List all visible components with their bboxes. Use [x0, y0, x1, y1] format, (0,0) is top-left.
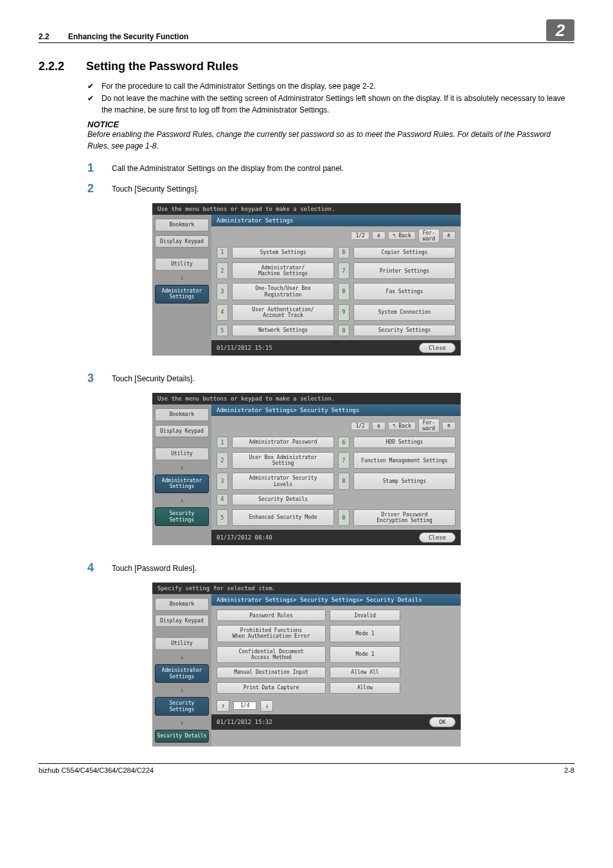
page-up-button[interactable]: ↑: [217, 700, 229, 712]
check-icon: ✔: [87, 93, 95, 116]
notice-heading: NOTICE: [87, 120, 574, 129]
menu-function-mgmt[interactable]: Function Management Settings: [353, 452, 456, 469]
chevron-down-icon: ↓: [155, 497, 209, 503]
menu-number: 3: [217, 283, 228, 300]
sidebar-bookmark[interactable]: Bookmark: [155, 219, 209, 231]
value-prohibited-functions: Mode 1: [330, 625, 400, 642]
sidebar-admin-settings[interactable]: Administrator Settings: [155, 285, 209, 303]
pager-prev-button[interactable]: ⤋: [372, 231, 386, 240]
sidebar-admin-settings[interactable]: Administrator Settings: [155, 475, 209, 493]
sidebar-admin-settings[interactable]: Administrator Settings: [155, 664, 209, 683]
pager-next-button[interactable]: ⤊: [442, 231, 456, 240]
section-heading: 2.2.2 Setting the Password Rules: [39, 60, 574, 73]
menu-admin-password[interactable]: Administrator Password: [232, 437, 334, 448]
menu-number: 8: [338, 283, 350, 300]
step-text: Touch [Security Details].: [112, 372, 195, 384]
settings-rows: Password RulesInvalid Prohibited Functio…: [211, 606, 461, 698]
row-password-rules[interactable]: Password Rules: [217, 610, 326, 621]
sidebar-utility[interactable]: Utility: [155, 258, 209, 271]
pager-forward-button[interactable]: For- ward: [418, 229, 440, 243]
step-text: Touch [Password Rules].: [112, 562, 197, 574]
sidebar-display-keypad[interactable]: Display Keypad: [155, 425, 209, 438]
menu-number: 3: [217, 473, 228, 489]
pager-back-button[interactable]: ↰ Back: [388, 231, 416, 240]
menu-system-settings[interactable]: System Settings: [232, 247, 334, 258]
menu-number: 5: [217, 509, 228, 526]
chapter-badge: 2: [546, 19, 574, 41]
device-panel-security-details: Specify setting for selected item. Bookm…: [152, 583, 461, 746]
step-number: 2: [87, 183, 98, 194]
sidebar-security-details[interactable]: Security Details: [155, 730, 209, 743]
footer-model: bizhub C554/C454/C364/C284/C224: [39, 766, 154, 774]
page-indicator: 1/4: [233, 701, 256, 710]
menu-number: 6: [338, 437, 350, 448]
pager-prev-button[interactable]: ⤋: [372, 422, 386, 430]
pager-back-button[interactable]: ↰ Back: [388, 422, 416, 430]
menu-number: 8: [338, 473, 350, 489]
row-manual-destination[interactable]: Manual Destination Input: [217, 667, 326, 678]
pager-next-button[interactable]: ⤊: [442, 422, 456, 430]
sidebar-security-settings[interactable]: Security Settings: [155, 697, 209, 716]
sidebar-utility[interactable]: Utility: [155, 448, 209, 460]
header-section-number: 2.2: [39, 32, 57, 41]
menu-network-settings[interactable]: Network Settings: [232, 325, 334, 336]
menu-number: 2: [217, 452, 228, 469]
menu-grid: 1 Administrator Password 6 HDD Settings …: [211, 435, 461, 530]
menu-enhanced-security[interactable]: Enhanced Security Mode: [232, 509, 334, 526]
step-list: 1Call the Administrator Settings on the …: [87, 162, 574, 194]
sidebar-display-keypad[interactable]: Display Keypad: [155, 615, 209, 628]
page-header: 2.2 Enhancing the Security Function 2: [39, 19, 574, 43]
sidebar-display-keypad[interactable]: Display Keypad: [155, 235, 209, 248]
panel-datetime: 01/17/2012 08:40: [217, 534, 272, 541]
pager-forward-button[interactable]: For- ward: [418, 419, 440, 433]
menu-number: 9: [338, 304, 350, 321]
menu-stamp-settings[interactable]: Stamp Settings: [353, 473, 456, 489]
menu-user-auth[interactable]: User Authentication/ Account Track: [232, 304, 334, 321]
menu-number: 7: [338, 452, 350, 469]
menu-number: 1: [217, 437, 228, 448]
menu-printer-settings[interactable]: Printer Settings: [353, 262, 456, 279]
menu-driver-password[interactable]: Driver Password Encryption Setting: [353, 509, 456, 526]
sidebar-utility[interactable]: Utility: [155, 637, 209, 650]
sidebar-bookmark[interactable]: Bookmark: [155, 598, 209, 611]
menu-userbox-admin[interactable]: User Box Administrator Setting: [232, 452, 334, 469]
menu-admin-machine[interactable]: Administrator/ Machine Settings: [232, 262, 334, 279]
menu-onetouch-userbox[interactable]: One-Touch/User Box Registration: [232, 283, 334, 300]
footer-page: 2-8: [564, 766, 574, 774]
panel-sidebar: Bookmark Display Keypad Utility ↓ Admini…: [152, 594, 211, 746]
sidebar-security-settings[interactable]: Security Settings: [155, 507, 209, 526]
menu-fax-settings[interactable]: Fax Settings: [353, 283, 456, 300]
panel-breadcrumb: Administrator Settings: [211, 215, 461, 226]
section-title: Setting the Password Rules: [86, 60, 238, 73]
sidebar-bookmark[interactable]: Bookmark: [155, 408, 209, 421]
menu-hdd-settings[interactable]: HDD Settings: [353, 437, 456, 448]
close-button[interactable]: Close: [419, 532, 456, 543]
chevron-down-icon: ↓: [155, 719, 209, 726]
panel-sidebar: Bookmark Display Keypad Utility ↓ Admini…: [152, 215, 211, 356]
menu-system-connection[interactable]: System Connection: [353, 304, 456, 321]
menu-security-settings[interactable]: Security Settings: [353, 325, 456, 336]
step-number: 3: [87, 372, 98, 384]
menu-number: 6: [338, 247, 350, 258]
panel-sidebar: Bookmark Display Keypad Utility ↓ Admini…: [152, 404, 211, 545]
panel-datetime: 01/11/2012 15:15: [217, 345, 272, 351]
step-text: Call the Administrator Settings on the d…: [112, 162, 344, 174]
chevron-down-icon: ↓: [155, 275, 209, 281]
page-footer: bizhub C554/C454/C364/C284/C224 2-8: [39, 763, 574, 774]
row-prohibited-functions[interactable]: Prohibited Functions When Authentication…: [217, 625, 326, 642]
panel-datetime: 01/11/2012 15:32: [217, 719, 272, 725]
row-confidential-doc[interactable]: Confidential Document Access Method: [217, 646, 326, 663]
row-print-data-capture[interactable]: Print Data Capture: [217, 682, 326, 694]
page-indicator: 1/2: [351, 422, 369, 430]
menu-admin-sec-levels[interactable]: Administrator Security Levels: [232, 473, 334, 489]
menu-copier-settings[interactable]: Copier Settings: [353, 247, 456, 258]
close-button[interactable]: Close: [419, 343, 456, 353]
menu-grid: 1 System Settings 6 Copier Settings 2 Ad…: [211, 246, 461, 340]
prereq-item: Do not leave the machine with the settin…: [102, 93, 574, 116]
menu-number: 5: [217, 325, 228, 336]
prereq-list: ✔For the procedure to call the Administr…: [87, 81, 574, 116]
value-print-data-capture: Allow: [330, 682, 400, 694]
ok-button[interactable]: OK: [429, 717, 456, 727]
page-down-button[interactable]: ↓: [260, 700, 273, 712]
menu-security-details[interactable]: Security Details: [232, 494, 334, 505]
